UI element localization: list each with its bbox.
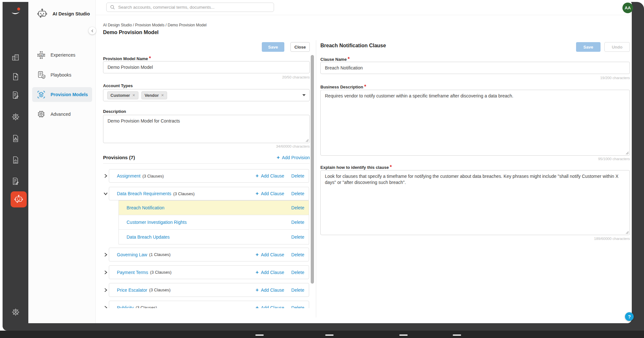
clause-list: Breach Notification Delete Customer Inve… — [118, 200, 309, 244]
sidebar-item-label: Experiences — [51, 52, 75, 58]
provision-name-link[interactable]: Data Breach Requirements — [117, 191, 171, 196]
gear-user-icon — [11, 308, 20, 316]
sidebar-item-provision-models[interactable]: Provision Models — [32, 87, 92, 102]
svg-text:AI: AI — [40, 54, 42, 57]
sidebar-item-playbooks[interactable]: Playbooks — [32, 68, 92, 82]
add-provision-link[interactable]: +Add Provision — [277, 155, 310, 160]
resize-handle-icon[interactable] — [626, 231, 629, 234]
explain-char-count: 189/60000 characters — [553, 237, 630, 241]
search-input[interactable] — [118, 5, 270, 10]
sidebar-header: AI Design Studio — [36, 8, 90, 20]
help-button[interactable]: ? — [625, 312, 634, 321]
clause-name-link[interactable]: Breach Notification — [127, 205, 165, 210]
delete-provision-link[interactable]: Delete — [291, 288, 304, 293]
description-char-count: 34/60000 characters — [232, 144, 310, 148]
expand-provision-button[interactable] — [103, 248, 108, 261]
delete-provision-link[interactable]: Delete — [291, 270, 304, 275]
expand-provision-button[interactable] — [103, 283, 108, 297]
save-button[interactable]: Save — [262, 42, 284, 52]
requests-rail-button[interactable] — [3, 88, 28, 102]
sidebar-item-experiences[interactable]: AI Experiences — [32, 48, 92, 62]
sign-rail-button[interactable] — [3, 174, 28, 188]
clause-save-button[interactable]: Save — [576, 42, 601, 52]
delete-provision-link[interactable]: Delete — [291, 173, 304, 178]
expand-provision-button[interactable] — [103, 169, 108, 183]
description-textarea[interactable]: Demo Provision Model for Contracts — [103, 115, 310, 143]
admin-rail-button[interactable] — [3, 110, 28, 124]
required-marker: * — [348, 56, 350, 62]
provision-name-link[interactable]: Publicity — [117, 305, 134, 308]
clause-name-input[interactable] — [320, 62, 630, 74]
delete-provision-link[interactable]: Delete — [291, 252, 304, 257]
ai-design-studio-rail-button[interactable] — [11, 191, 27, 207]
provision-clause-count: (3 Clauses) — [173, 191, 194, 196]
provision-clause-count: (3 Clauses) — [150, 270, 171, 275]
app-window: AI Design Studio AI Experiences — [0, 0, 644, 338]
add-clause-link[interactable]: +Add Clause — [256, 191, 284, 196]
account-types-label: Account Types — [103, 83, 133, 88]
clause-row-selected: Breach Notification Delete — [119, 201, 309, 215]
provision-name-link[interactable]: Price Escalator — [117, 288, 147, 293]
add-clause-label: Add Clause — [261, 252, 284, 257]
avatar[interactable]: AA — [622, 3, 633, 13]
settings-rail-button[interactable] — [3, 305, 28, 319]
global-search[interactable] — [106, 3, 274, 12]
delete-clause-link[interactable]: Delete — [291, 205, 304, 210]
tickets-rail-button[interactable] — [3, 131, 28, 145]
remove-tag-icon[interactable]: ✕ — [161, 93, 164, 97]
buildings-icon — [11, 53, 20, 62]
clause-name-link[interactable]: Customer Investigation Rights — [127, 220, 187, 225]
provision-clause-count: (1 Clauses) — [149, 252, 170, 257]
upload-rail-button[interactable] — [3, 69, 28, 84]
delete-provision-link[interactable]: Delete — [291, 191, 304, 196]
delete-provision-link[interactable]: Delete — [291, 305, 304, 308]
add-clause-link[interactable]: +Add Clause — [256, 270, 284, 275]
chevron-right-icon — [104, 270, 108, 275]
clause-undo-button[interactable]: Undo — [604, 42, 630, 52]
expand-provision-button[interactable] — [103, 301, 108, 308]
account-types-multiselect[interactable]: Customer✕ Vendor✕ — [103, 89, 310, 101]
ai-chip-icon: AI — [36, 50, 46, 60]
provision-name-link[interactable]: Assignment — [117, 173, 140, 178]
close-button[interactable]: Close — [290, 42, 310, 52]
gear-user-icon — [11, 113, 20, 121]
collapse-provision-button[interactable] — [103, 187, 108, 200]
remove-tag-icon[interactable]: ✕ — [132, 93, 135, 97]
sidebar-item-label: Playbooks — [51, 72, 71, 78]
resize-handle-icon[interactable] — [306, 139, 309, 142]
plus-icon: + — [256, 191, 259, 196]
clause-name-link[interactable]: Data Breach Updates — [127, 234, 170, 240]
delete-clause-link[interactable]: Delete — [291, 234, 304, 240]
delete-clause-link[interactable]: Delete — [291, 220, 304, 225]
sidebar-item-advanced[interactable]: Advanced — [32, 107, 92, 122]
robot-icon — [36, 8, 48, 20]
brand-logo — [3, 5, 28, 20]
provision-name-link[interactable]: Governing Law — [117, 252, 147, 257]
plus-icon: + — [256, 288, 259, 293]
panel-divider — [316, 40, 316, 317]
required-marker: * — [364, 84, 366, 89]
sidebar: AI Design Studio AI Experiences — [28, 0, 96, 323]
chevron-down-icon[interactable] — [302, 94, 306, 96]
explain-clause-textarea[interactable]: Look for clauses that specify a timefram… — [320, 170, 630, 235]
add-clause-link[interactable]: +Add Clause — [256, 252, 284, 257]
left-panel-scrollbar[interactable] — [311, 55, 314, 284]
provision-clause-count: (3 Clauses) — [149, 288, 170, 292]
business-description-textarea[interactable]: Requires vendor to notify customer withi… — [320, 90, 630, 156]
expand-provision-button[interactable] — [103, 265, 108, 279]
add-clause-link[interactable]: +Add Clause — [256, 173, 284, 178]
business-description-label: Business Description — [320, 85, 363, 89]
plus-icon: + — [256, 252, 259, 257]
provision-name-link[interactable]: Payment Terms — [117, 270, 148, 275]
reports-rail-button[interactable] — [3, 153, 28, 167]
provision-row: Assignment (3 Clauses) +Add Clause Delet… — [109, 169, 309, 183]
explain-field-wrap: Look for clauses that specify a timefram… — [320, 170, 630, 235]
add-clause-link[interactable]: +Add Clause — [256, 288, 284, 293]
accounts-rail-button[interactable] — [3, 50, 28, 64]
sidebar-collapse-button[interactable] — [89, 27, 96, 34]
provision-model-name-input[interactable] — [103, 61, 310, 73]
chevron-right-icon — [104, 306, 108, 308]
name-char-count: 20/50 characters — [232, 75, 310, 79]
add-clause-link[interactable]: +Add Clause — [256, 305, 284, 308]
resize-handle-icon[interactable] — [626, 151, 629, 155]
